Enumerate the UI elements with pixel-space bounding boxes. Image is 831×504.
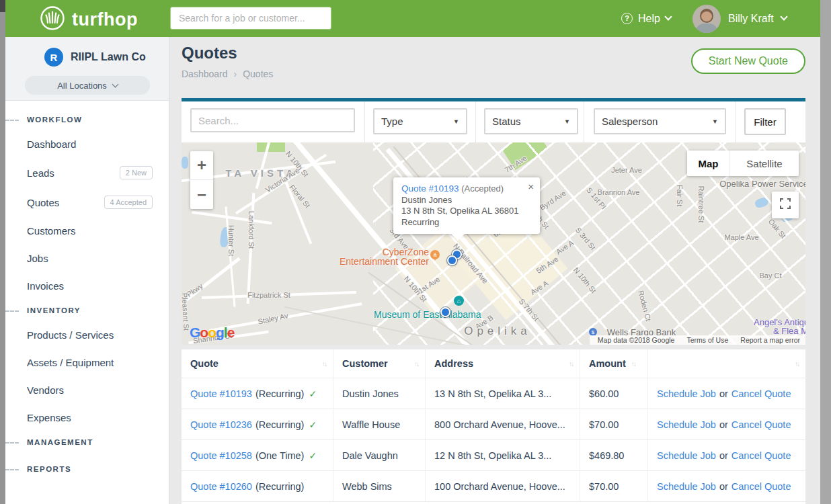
accepted-check-icon: ✓	[309, 450, 317, 461]
sidebar-section-workflow: WORKFLOW	[5, 109, 169, 130]
accepted-check-icon: ✓	[309, 388, 317, 399]
dropdown-arrow-icon: ▼	[712, 118, 718, 125]
type-select[interactable]: Type ▼	[373, 108, 467, 134]
location-label: All Locations	[57, 81, 107, 91]
google-logo[interactable]: Google	[190, 325, 234, 341]
chevron-down-icon	[780, 13, 787, 20]
cancel-quote-link[interactable]: Cancel Quote	[731, 419, 791, 430]
salesperson-select-value: Salesperson	[602, 116, 658, 127]
help-label: Help	[638, 13, 660, 25]
sidebar-badge: 4 Accepted	[104, 196, 153, 209]
breadcrumb-quotes: Quotes	[243, 69, 273, 79]
close-icon[interactable]: ×	[528, 181, 534, 192]
quote-type: (One Time)	[255, 450, 305, 461]
sidebar-item-vendors[interactable]: Vendors	[5, 376, 169, 404]
cancel-quote-link[interactable]: Cancel Quote	[731, 481, 791, 492]
location-selector[interactable]: All Locations	[25, 76, 150, 95]
cancel-quote-link[interactable]: Cancel Quote	[731, 450, 791, 461]
sidebar-item-customers[interactable]: Customers	[5, 217, 169, 245]
sidebar-item-leads[interactable]: Leads2 New	[5, 158, 169, 187]
column-label: Customer	[342, 358, 388, 369]
restaurant-pin-icon[interactable]: ⋔	[430, 250, 440, 259]
quote-link[interactable]: Quote #10258	[190, 450, 252, 461]
quote-link[interactable]: Quote #10193	[190, 388, 252, 399]
schedule-job-link[interactable]: Schedule Job	[657, 481, 716, 492]
column-header-quote[interactable]: Quote ↑↓	[182, 349, 333, 378]
address-cell: 13 N 8th St, Opelika AL 3...	[425, 378, 580, 409]
global-search-input[interactable]	[170, 7, 331, 30]
page-title: Quotes	[182, 44, 237, 62]
sidebar-section-inventory: INVENTORY	[5, 300, 169, 321]
table-body: Quote #10193(Recurring)✓Dustin Jones13 N…	[182, 378, 805, 501]
sidebar-item-products-services[interactable]: Products / Services	[5, 321, 169, 349]
divider	[475, 101, 476, 142]
terms-of-use-link[interactable]: Terms of Use	[686, 336, 728, 344]
map-type-control: Map Satellite	[687, 151, 799, 176]
user-menu[interactable]: Billy Kraft	[692, 0, 787, 37]
customer-cell: Dustin Jones	[333, 378, 425, 409]
column-header-actions[interactable]: ↑↓	[647, 349, 805, 378]
quote-link[interactable]: Quote #10236	[190, 419, 252, 430]
schedule-job-link[interactable]: Schedule Job	[657, 388, 716, 399]
column-header-customer[interactable]: Customer ↑↓	[333, 349, 425, 378]
quote-link[interactable]: Quote #10260	[190, 481, 252, 492]
park-patch	[257, 142, 285, 152]
satellite-view-button[interactable]: Satellite	[729, 151, 799, 176]
map-canvas[interactable]: TA VISTAVictoria AveFloral StN 10th StN …	[182, 142, 805, 345]
fullscreen-button[interactable]	[772, 192, 799, 218]
brand-logo[interactable]: turfhop	[39, 5, 138, 34]
dropdown-arrow-icon: ▼	[564, 118, 570, 125]
address-cell: 100 Orchard Avenue, Hoove...	[425, 471, 580, 501]
table-row-partial	[182, 501, 805, 504]
page-scrollbar[interactable]	[820, 0, 831, 504]
museum-icon[interactable]: ⌂	[454, 296, 464, 306]
action-join-word: or	[719, 419, 728, 430]
quote-marker[interactable]	[440, 307, 450, 317]
sidebar-nav: WORKFLOWDashboardLeads2 NewQuotes4 Accep…	[5, 101, 169, 480]
sidebar-item-invoices[interactable]: Invoices	[5, 272, 169, 300]
divider	[364, 101, 365, 142]
column-header-address[interactable]: Address ↑↓	[425, 349, 580, 378]
action-join-word: or	[719, 388, 728, 399]
sidebar-item-quotes[interactable]: Quotes4 Accepted	[5, 187, 169, 217]
map-attribution: Map data ©2018 Google Terms of Use Repor…	[590, 335, 805, 345]
quotes-table: Quote ↑↓ Customer ↑↓ Address ↑↓ Amount ↑…	[182, 349, 805, 504]
column-label: Quote	[190, 358, 219, 369]
report-map-error-link[interactable]: Report a map error	[740, 336, 800, 344]
sidebar-item-dashboard[interactable]: Dashboard	[5, 130, 169, 158]
schedule-job-link[interactable]: Schedule Job	[657, 419, 716, 430]
company-name: RIIPL Lawn Co	[71, 51, 146, 63]
column-header-amount[interactable]: Amount ↑↓	[580, 349, 647, 378]
avatar[interactable]	[692, 5, 721, 33]
sidebar-item-label: Expenses	[27, 412, 71, 423]
map-view-button[interactable]: Map	[687, 151, 729, 176]
zoom-out-button[interactable]: −	[190, 180, 213, 209]
schedule-job-link[interactable]: Schedule Job	[657, 450, 716, 461]
main-content: Quotes Dashboard › Quotes Start New Quot…	[169, 37, 820, 504]
sidebar-item-jobs[interactable]: Jobs	[5, 245, 169, 272]
quote-marker[interactable]	[447, 255, 457, 265]
sidebar-item-label: Products / Services	[27, 329, 114, 341]
zoom-in-button[interactable]: +	[190, 151, 213, 180]
table-header-row: Quote ↑↓ Customer ↑↓ Address ↑↓ Amount ↑…	[182, 349, 805, 378]
help-menu[interactable]: ? Help	[621, 0, 671, 37]
dropdown-arrow-icon: ▼	[453, 118, 459, 125]
breadcrumb-dashboard[interactable]: Dashboard	[182, 69, 228, 79]
map-label-flea-m: & Flea M	[773, 326, 805, 336]
quotes-search-input[interactable]	[190, 108, 355, 132]
salesperson-select[interactable]: Salesperson ▼	[594, 108, 726, 134]
sidebar-item-expenses[interactable]: Expenses	[5, 404, 169, 431]
sidebar-item-assets-equipment[interactable]: Assets / Equipment	[5, 349, 169, 376]
info-customer: Dustin Jones	[401, 195, 532, 206]
sort-icon: ↑↓	[569, 360, 573, 368]
road	[192, 211, 272, 225]
status-select[interactable]: Status ▼	[484, 108, 578, 134]
company-logo-icon: R	[44, 48, 63, 67]
poi-museum-label: Museum of East Alabama	[374, 309, 481, 320]
start-new-quote-button[interactable]: Start New Quote	[691, 48, 805, 74]
company-row: R RIIPL Lawn Co	[44, 48, 146, 67]
table-row: Quote #10236(Recurring)✓Waffle House800 …	[182, 409, 805, 439]
cancel-quote-link[interactable]: Cancel Quote	[731, 388, 791, 399]
filter-button[interactable]: Filter	[744, 108, 786, 135]
info-quote-link[interactable]: Quote #10193	[401, 183, 459, 194]
